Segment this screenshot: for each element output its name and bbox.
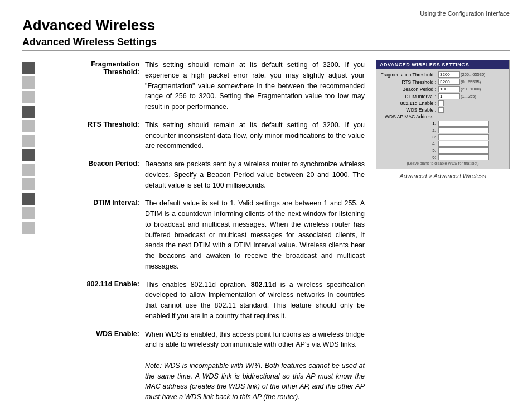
ui-rts-input[interactable]: 3200 (438, 79, 460, 85)
fragmentation-row: FragmentationThreshold: This setting sho… (50, 60, 365, 112)
deco-block (22, 193, 35, 205)
ui-dtim-input[interactable]: 1 (438, 93, 460, 99)
wds-row: WDS Enable: When WDS is enabled, this ac… (50, 329, 365, 403)
ui-dtim-range: (1...255) (461, 94, 476, 99)
80211d-desc: This enables 802.11d opration. 802.11d i… (145, 280, 365, 322)
ui-mac-num-5: 5: (380, 148, 438, 153)
rts-desc: This setting should remain at its defaul… (145, 120, 365, 151)
dtim-label: DTIM Interval: (50, 198, 139, 271)
ui-frag-row: Fragmentation Threshold : 3200 (256...65… (380, 71, 506, 78)
ui-wds-enable-row: WDS Enable : (380, 107, 506, 113)
ui-beacon-range: (20...1000) (461, 87, 481, 92)
page-container: Using the Configuration Interface Advanc… (0, 0, 532, 412)
deco-block (22, 120, 35, 132)
ui-dtim-row: DTIM Interval : 1 (1...255) (380, 93, 506, 99)
ui-mac-header-row: WDS AP MAC Address : (380, 114, 506, 119)
ui-mac-num-1: 1: (380, 121, 438, 126)
ui-mac-input-4[interactable] (438, 141, 489, 147)
deco-block (22, 207, 35, 219)
ui-wds-enable-checkbox[interactable] (438, 107, 444, 113)
fragmentation-desc: This setting should remain at its defaul… (145, 60, 365, 112)
ui-frag-range: (256...65535) (461, 72, 486, 77)
wds-label: WDS Enable: (50, 329, 139, 403)
ui-mac-input-2[interactable] (438, 127, 489, 133)
wds-main-text: When WDS is enabled, this access point f… (145, 330, 365, 349)
ui-dtim-label: DTIM Interval : (380, 94, 438, 99)
ui-rts-row: RTS Threshold : 3200 (0...65535) (380, 79, 506, 85)
ui-mac-input-6[interactable] (438, 154, 489, 160)
ui-beacon-row: Beacon Period : 100 (20...1000) (380, 86, 506, 92)
deco-block (22, 106, 35, 118)
beacon-row: Beacon Period: Beacons are packets sent … (50, 159, 365, 190)
left-decorative (22, 62, 39, 412)
rts-row: RTS Threshold: This setting should remai… (50, 120, 365, 151)
top-right-label: Using the Configuration Interface (420, 10, 510, 17)
wds-note-text: Note: WDS is incompatible with WPA. Both… (145, 362, 365, 401)
dtim-desc: The default value is set to 1. Valid set… (145, 198, 365, 271)
beacon-label: Beacon Period: (50, 159, 139, 190)
ui-mac-row-1: 1: (380, 121, 506, 127)
ui-mac-num-2: 2: (380, 128, 438, 133)
80211d-label: 802.11d Enable: (50, 280, 139, 322)
ui-80211d-label: 802.11d Enable : (380, 100, 438, 106)
deco-block (22, 222, 35, 234)
ui-mac-row-6: 6: (380, 154, 506, 160)
ui-screenshot: ADVANCED WIRELESS SETTINGS Fragmentation… (376, 60, 510, 169)
deco-block (22, 62, 35, 74)
content-area: FragmentationThreshold: This setting sho… (22, 60, 510, 412)
deco-block (22, 76, 35, 89)
deco-block (22, 91, 35, 103)
ui-mac-row-5: 5: (380, 147, 506, 154)
page-subtitle: Advanced Wireless Settings (22, 36, 510, 51)
ui-80211d-checkbox[interactable] (438, 100, 444, 106)
ui-80211d-row: 802.11d Enable : (380, 100, 506, 106)
ui-beacon-label: Beacon Period : (380, 87, 438, 92)
ui-mac-row-2: 2: (380, 127, 506, 133)
ui-mac-header-label: WDS AP MAC Address : (380, 114, 438, 119)
ui-screenshot-body: Fragmentation Threshold : 3200 (256...65… (376, 69, 509, 169)
page-title: Advanced Wireless (22, 17, 510, 34)
ui-wds-enable-label: WDS Enable : (380, 107, 438, 113)
beacon-desc: Beacons are packets sent by a wireless r… (145, 159, 365, 190)
ui-mac-input-3[interactable] (438, 134, 489, 140)
right-panel: ADVANCED WIRELESS SETTINGS Fragmentation… (376, 60, 510, 412)
ui-beacon-input[interactable]: 100 (438, 86, 460, 92)
ui-mac-num-6: 6: (380, 155, 438, 160)
deco-block (22, 149, 35, 161)
ui-rts-label: RTS Threshold : (380, 79, 438, 85)
ui-mac-row-3: 3: (380, 134, 506, 140)
ui-mac-input-5[interactable] (438, 147, 489, 154)
ui-mac-num-4: 4: (380, 141, 438, 146)
fragmentation-label: FragmentationThreshold: (50, 60, 139, 112)
dtim-row: DTIM Interval: The default value is set … (50, 198, 365, 271)
ui-mac-rows: 1: 2: 3: 4: (380, 121, 506, 160)
rts-label: RTS Threshold: (50, 120, 139, 151)
main-content: FragmentationThreshold: This setting sho… (50, 60, 365, 412)
ui-rts-range: (0...65535) (461, 79, 481, 84)
wds-desc: When WDS is enabled, this access point f… (145, 329, 365, 403)
ui-mac-num-3: 3: (380, 135, 438, 140)
ui-caption: Advanced > Advanced Wireless (376, 173, 510, 179)
ui-screenshot-header: ADVANCED WIRELESS SETTINGS (376, 60, 509, 69)
80211d-row: 802.11d Enable: This enables 802.11d opr… (50, 280, 365, 322)
ui-mac-row-4: 4: (380, 141, 506, 147)
deco-block (22, 135, 35, 147)
ui-frag-input[interactable]: 3200 (438, 71, 460, 78)
ui-frag-label: Fragmentation Threshold : (380, 72, 438, 78)
ui-mac-input-1[interactable] (438, 121, 489, 127)
ui-mac-note: (Leave blank to disable WDS for that slo… (380, 161, 506, 166)
deco-block (22, 178, 35, 190)
deco-block (22, 164, 35, 176)
